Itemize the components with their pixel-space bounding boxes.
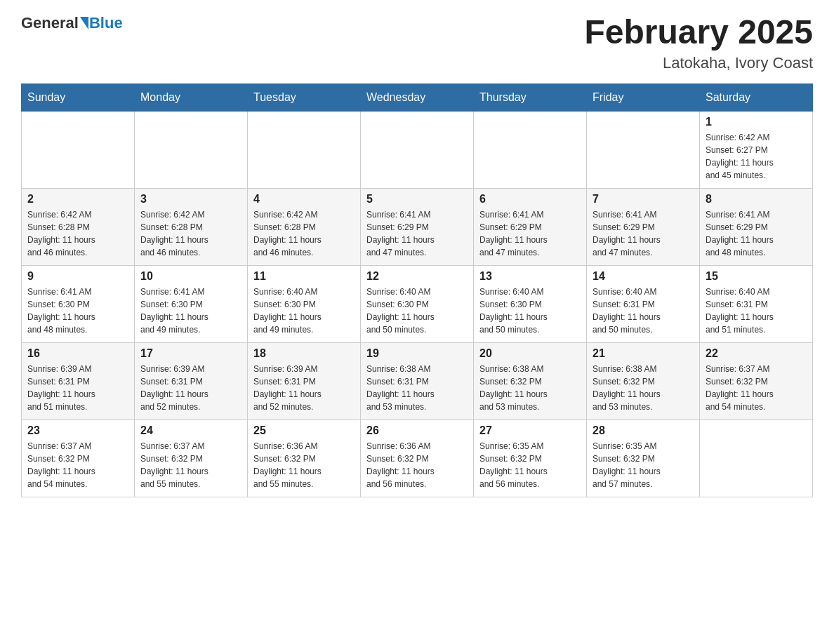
calendar-cell: 8Sunrise: 6:41 AM Sunset: 6:29 PM Daylig… <box>700 188 813 265</box>
day-info: Sunrise: 6:35 AM Sunset: 6:32 PM Dayligh… <box>593 440 694 490</box>
day-number: 26 <box>366 424 468 437</box>
calendar-cell: 5Sunrise: 6:41 AM Sunset: 6:29 PM Daylig… <box>361 188 474 265</box>
day-info: Sunrise: 6:35 AM Sunset: 6:32 PM Dayligh… <box>479 440 581 490</box>
calendar-cell: 24Sunrise: 6:37 AM Sunset: 6:32 PM Dayli… <box>135 420 248 497</box>
calendar-cell: 25Sunrise: 6:36 AM Sunset: 6:32 PM Dayli… <box>248 420 361 497</box>
calendar-cell: 6Sunrise: 6:41 AM Sunset: 6:29 PM Daylig… <box>474 188 587 265</box>
calendar-cell <box>474 111 587 188</box>
day-info: Sunrise: 6:42 AM Sunset: 6:28 PM Dayligh… <box>27 208 128 259</box>
calendar-cell: 9Sunrise: 6:41 AM Sunset: 6:30 PM Daylig… <box>22 265 135 342</box>
day-number: 7 <box>593 193 694 206</box>
day-number: 23 <box>27 424 128 437</box>
day-info: Sunrise: 6:42 AM Sunset: 6:27 PM Dayligh… <box>706 131 807 182</box>
calendar-cell <box>135 111 248 188</box>
calendar-cell: 21Sunrise: 6:38 AM Sunset: 6:32 PM Dayli… <box>587 342 700 420</box>
day-number: 20 <box>479 347 581 360</box>
day-info: Sunrise: 6:37 AM Sunset: 6:32 PM Dayligh… <box>140 440 241 490</box>
calendar-cell: 13Sunrise: 6:40 AM Sunset: 6:30 PM Dayli… <box>474 265 587 342</box>
day-info: Sunrise: 6:40 AM Sunset: 6:31 PM Dayligh… <box>706 286 807 336</box>
day-info: Sunrise: 6:41 AM Sunset: 6:29 PM Dayligh… <box>593 208 694 259</box>
day-number: 18 <box>253 347 355 360</box>
day-number: 16 <box>27 347 128 360</box>
calendar-cell: 15Sunrise: 6:40 AM Sunset: 6:31 PM Dayli… <box>700 265 813 342</box>
day-info: Sunrise: 6:42 AM Sunset: 6:28 PM Dayligh… <box>140 208 241 259</box>
day-number: 17 <box>140 347 241 360</box>
weekday-header-friday: Friday <box>587 83 700 111</box>
day-info: Sunrise: 6:41 AM Sunset: 6:29 PM Dayligh… <box>366 208 468 259</box>
calendar-week-row: 1Sunrise: 6:42 AM Sunset: 6:27 PM Daylig… <box>22 111 813 188</box>
location-subtitle: Latokaha, Ivory Coast <box>584 54 813 72</box>
calendar-cell: 1Sunrise: 6:42 AM Sunset: 6:27 PM Daylig… <box>700 111 813 188</box>
day-number: 5 <box>366 193 468 206</box>
day-info: Sunrise: 6:37 AM Sunset: 6:32 PM Dayligh… <box>706 363 807 413</box>
day-number: 14 <box>593 270 694 283</box>
day-number: 1 <box>706 116 807 128</box>
logo-blue-part: Blue <box>79 14 123 32</box>
day-info: Sunrise: 6:41 AM Sunset: 6:29 PM Dayligh… <box>479 208 581 259</box>
day-number: 24 <box>140 424 241 437</box>
calendar-cell: 16Sunrise: 6:39 AM Sunset: 6:31 PM Dayli… <box>22 342 135 420</box>
title-area: February 2025 Latokaha, Ivory Coast <box>584 14 813 72</box>
day-number: 4 <box>253 193 355 206</box>
day-number: 6 <box>479 193 581 206</box>
calendar-cell: 3Sunrise: 6:42 AM Sunset: 6:28 PM Daylig… <box>135 188 248 265</box>
calendar-cell: 2Sunrise: 6:42 AM Sunset: 6:28 PM Daylig… <box>22 188 135 265</box>
calendar-cell: 7Sunrise: 6:41 AM Sunset: 6:29 PM Daylig… <box>587 188 700 265</box>
logo: General Blue <box>21 14 123 32</box>
header: General Blue February 2025 Latokaha, Ivo… <box>21 14 813 72</box>
day-info: Sunrise: 6:38 AM Sunset: 6:31 PM Dayligh… <box>366 363 468 413</box>
day-info: Sunrise: 6:36 AM Sunset: 6:32 PM Dayligh… <box>366 440 468 490</box>
calendar-week-row: 2Sunrise: 6:42 AM Sunset: 6:28 PM Daylig… <box>22 188 813 265</box>
day-info: Sunrise: 6:40 AM Sunset: 6:31 PM Dayligh… <box>593 286 694 336</box>
day-number: 28 <box>593 424 694 437</box>
day-number: 10 <box>140 270 241 283</box>
calendar-cell: 10Sunrise: 6:41 AM Sunset: 6:30 PM Dayli… <box>135 265 248 342</box>
calendar-cell <box>248 111 361 188</box>
day-number: 12 <box>366 270 468 283</box>
calendar-cell: 14Sunrise: 6:40 AM Sunset: 6:31 PM Dayli… <box>587 265 700 342</box>
day-info: Sunrise: 6:40 AM Sunset: 6:30 PM Dayligh… <box>366 286 468 336</box>
day-number: 8 <box>706 193 807 206</box>
day-info: Sunrise: 6:41 AM Sunset: 6:30 PM Dayligh… <box>27 286 128 336</box>
day-info: Sunrise: 6:38 AM Sunset: 6:32 PM Dayligh… <box>593 363 694 413</box>
day-info: Sunrise: 6:39 AM Sunset: 6:31 PM Dayligh… <box>27 363 128 413</box>
calendar-cell <box>22 111 135 188</box>
calendar-cell: 12Sunrise: 6:40 AM Sunset: 6:30 PM Dayli… <box>361 265 474 342</box>
calendar-cell: 23Sunrise: 6:37 AM Sunset: 6:32 PM Dayli… <box>22 420 135 497</box>
calendar-cell: 11Sunrise: 6:40 AM Sunset: 6:30 PM Dayli… <box>248 265 361 342</box>
weekday-header-wednesday: Wednesday <box>361 83 474 111</box>
day-number: 19 <box>366 347 468 360</box>
day-number: 2 <box>27 193 128 206</box>
day-info: Sunrise: 6:39 AM Sunset: 6:31 PM Dayligh… <box>140 363 241 413</box>
calendar-week-row: 9Sunrise: 6:41 AM Sunset: 6:30 PM Daylig… <box>22 265 813 342</box>
weekday-header-row: SundayMondayTuesdayWednesdayThursdayFrid… <box>22 83 813 111</box>
calendar-cell <box>361 111 474 188</box>
weekday-header-tuesday: Tuesday <box>248 83 361 111</box>
calendar-cell: 28Sunrise: 6:35 AM Sunset: 6:32 PM Dayli… <box>587 420 700 497</box>
calendar-cell <box>700 420 813 497</box>
day-info: Sunrise: 6:41 AM Sunset: 6:29 PM Dayligh… <box>706 208 807 259</box>
weekday-header-sunday: Sunday <box>22 83 135 111</box>
logo-triangle-icon <box>80 17 88 29</box>
month-title: February 2025 <box>584 14 813 51</box>
day-info: Sunrise: 6:39 AM Sunset: 6:31 PM Dayligh… <box>253 363 355 413</box>
day-number: 9 <box>27 270 128 283</box>
logo-blue-text: Blue <box>89 14 123 32</box>
day-number: 27 <box>479 424 581 437</box>
day-info: Sunrise: 6:37 AM Sunset: 6:32 PM Dayligh… <box>27 440 128 490</box>
calendar-cell: 4Sunrise: 6:42 AM Sunset: 6:28 PM Daylig… <box>248 188 361 265</box>
calendar-cell: 20Sunrise: 6:38 AM Sunset: 6:32 PM Dayli… <box>474 342 587 420</box>
weekday-header-saturday: Saturday <box>700 83 813 111</box>
calendar-cell: 22Sunrise: 6:37 AM Sunset: 6:32 PM Dayli… <box>700 342 813 420</box>
calendar-cell: 17Sunrise: 6:39 AM Sunset: 6:31 PM Dayli… <box>135 342 248 420</box>
calendar-week-row: 23Sunrise: 6:37 AM Sunset: 6:32 PM Dayli… <box>22 420 813 497</box>
day-info: Sunrise: 6:36 AM Sunset: 6:32 PM Dayligh… <box>253 440 355 490</box>
calendar-week-row: 16Sunrise: 6:39 AM Sunset: 6:31 PM Dayli… <box>22 342 813 420</box>
calendar-table: SundayMondayTuesdayWednesdayThursdayFrid… <box>21 83 813 497</box>
calendar-cell: 19Sunrise: 6:38 AM Sunset: 6:31 PM Dayli… <box>361 342 474 420</box>
weekday-header-thursday: Thursday <box>474 83 587 111</box>
calendar-cell: 26Sunrise: 6:36 AM Sunset: 6:32 PM Dayli… <box>361 420 474 497</box>
day-info: Sunrise: 6:38 AM Sunset: 6:32 PM Dayligh… <box>479 363 581 413</box>
day-number: 3 <box>140 193 241 206</box>
calendar-cell <box>587 111 700 188</box>
